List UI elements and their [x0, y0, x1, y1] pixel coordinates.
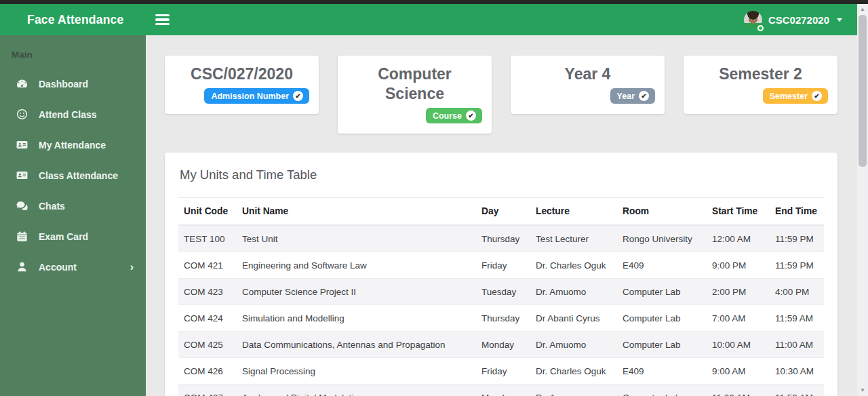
table-cell: 9:00 AM: [707, 358, 770, 384]
table-cell: E409: [617, 252, 707, 279]
table-cell: 7:00 AM: [707, 305, 770, 332]
table-cell: Friday: [476, 252, 530, 279]
sidebar-item-label: Attend Class: [39, 109, 97, 120]
sidebar-item-label: My Attendance: [39, 140, 106, 151]
table-cell: 11:59 AM: [770, 384, 824, 396]
scrollbar-down-arrow-icon[interactable]: ▼: [857, 386, 868, 395]
table-cell: Friday: [476, 358, 530, 384]
column-header-unit-code: Unit Code: [178, 198, 237, 226]
summary-card-semester: Semester 2Semester✔: [684, 56, 837, 114]
timetable: Unit CodeUnit NameDayLectureRoomStart Ti…: [178, 197, 824, 396]
user-menu[interactable]: CSC0272020: [744, 11, 842, 29]
username: CSC0272020: [768, 14, 829, 26]
table-cell: COM 427: [178, 384, 237, 396]
card-value: Semester 2: [693, 64, 828, 84]
summary-card-course: Computer ScienceCourse✔: [338, 56, 492, 134]
table-cell: Engineering and Software Law: [237, 252, 476, 279]
table-cell: 11:59 PM: [770, 252, 824, 279]
table-cell: Dr. Amuomo: [530, 279, 617, 305]
sidebar-item-class-attendance[interactable]: Class Attendance: [0, 160, 146, 191]
scrollbar-up-arrow-icon[interactable]: ▲: [857, 5, 868, 14]
sidebar-item-exam-card[interactable]: Exam Card: [0, 221, 146, 252]
sidebar-item-account[interactable]: Account›: [0, 252, 146, 282]
card-badge: Admission Number✔: [204, 88, 309, 104]
table-cell: Dr. Amuomo: [530, 384, 617, 396]
table-cell: 2:00 PM: [707, 279, 770, 305]
sidebar: Main DashboardAttend ClassMy AttendanceC…: [0, 35, 146, 396]
table-cell: 10:00 AM: [707, 332, 770, 358]
table-cell: Monday: [476, 384, 530, 396]
summary-card-year: Year 4Year✔: [511, 56, 665, 114]
table-cell: COM 425: [178, 332, 237, 358]
table-cell: 11:59 AM: [770, 305, 824, 332]
table-cell: Rongo University: [617, 225, 707, 252]
table-cell: COM 423: [178, 279, 237, 305]
table-cell: Analog and Digital Modulation: [237, 384, 476, 396]
table-cell: 11:59 PM: [770, 225, 824, 252]
table-cell: Computer Lab: [617, 384, 707, 396]
avatar: [744, 11, 762, 29]
scrollbar-thumb[interactable]: [859, 15, 867, 167]
column-header-lecture: Lecture: [530, 198, 617, 226]
page-scrollbar[interactable]: ▲ ▼: [857, 4, 868, 396]
table-cell: 12:00 AM: [707, 225, 770, 252]
badge-label: Year: [617, 92, 635, 101]
table-cell: TEST 100: [178, 225, 237, 252]
badge-label: Admission Number: [211, 92, 289, 101]
summary-cards-row: CSC/027/2020Admission Number✔Computer Sc…: [165, 56, 838, 134]
card-value: Computer Science: [347, 64, 482, 104]
table-cell: 11:00 AM: [770, 332, 824, 358]
table-cell: 11:00 AM: [707, 384, 770, 396]
badge-label: Course: [433, 111, 462, 121]
table-row: COM 427Analog and Digital ModulationMond…: [178, 384, 824, 396]
summary-card-admission-number: CSC/027/2020Admission Number✔: [165, 56, 319, 114]
sidebar-item-chats[interactable]: Chats: [0, 191, 146, 221]
column-header-start-time: Start Time: [707, 198, 770, 226]
table-cell: Data Communications, Antennas and Propag…: [237, 332, 476, 358]
smile-icon: [15, 108, 28, 121]
card-value: Year 4: [520, 64, 655, 84]
card-badge: Semester✔: [763, 88, 828, 104]
table-row: TEST 100Test UnitThursdayTest LecturerRo…: [178, 225, 824, 252]
online-status-dot: [757, 25, 764, 31]
table-cell: Monday: [476, 332, 530, 358]
check-circle-icon: ✔: [293, 91, 303, 101]
table-cell: Signal Processing: [237, 358, 476, 384]
sidebar-item-label: Exam Card: [39, 231, 88, 242]
window-top-strip: [0, 0, 868, 4]
calendar-icon: [15, 230, 28, 243]
column-header-day: Day: [476, 198, 530, 226]
table-row: COM 426Signal ProcessingFridayDr. Charle…: [178, 358, 824, 384]
table-row: COM 421Engineering and Software LawFrida…: [178, 252, 824, 279]
timetable-title: My Units and Time Table: [180, 167, 824, 182]
sidebar-item-label: Account: [39, 262, 77, 273]
sidebar-item-label: Class Attendance: [39, 170, 118, 181]
caret-down-icon: [837, 18, 842, 22]
hamburger-menu-icon[interactable]: [153, 10, 172, 30]
table-cell: Test Lecturer: [530, 225, 617, 252]
timetable-card: My Units and Time Table Unit CodeUnit Na…: [165, 153, 837, 396]
sidebar-item-label: Dashboard: [39, 79, 88, 90]
table-cell: Tuesday: [476, 279, 530, 305]
table-cell: 4:00 PM: [770, 279, 824, 305]
table-cell: Dr. Charles Oguk: [530, 252, 617, 279]
card-badge: Year✔: [610, 88, 655, 104]
chevron-right-icon: ›: [130, 262, 134, 273]
column-header-room: Room: [617, 198, 707, 226]
table-cell: Computer Lab: [617, 332, 707, 358]
main-content: CSC/027/2020Admission Number✔Computer Sc…: [146, 35, 857, 396]
column-header-unit-name: Unit Name: [237, 198, 476, 226]
sidebar-item-label: Chats: [39, 201, 65, 212]
sidebar-item-attend-class[interactable]: Attend Class: [0, 99, 146, 130]
sidebar-section-label: Main: [0, 43, 146, 68]
table-cell: Computer Lab: [617, 279, 707, 305]
dashboard-icon: [15, 77, 28, 91]
table-cell: Thursday: [476, 305, 530, 332]
column-header-end-time: End Time: [770, 198, 824, 226]
check-circle-icon: ✔: [466, 111, 476, 121]
sidebar-item-my-attendance[interactable]: My Attendance: [0, 130, 146, 160]
sidebar-item-dashboard[interactable]: Dashboard: [0, 68, 146, 99]
badge-label: Semester: [770, 92, 808, 101]
table-cell: COM 421: [178, 252, 237, 279]
app-window: Face Attendance CSC0272020 Main Dashboar…: [0, 4, 857, 396]
